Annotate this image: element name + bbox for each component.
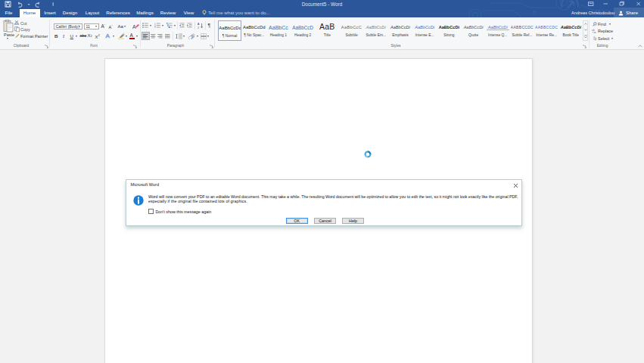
- svg-text:ac: ac: [593, 31, 596, 33]
- svg-text:A: A: [132, 23, 136, 29]
- svg-text:Z: Z: [198, 26, 200, 28]
- svg-text:3: 3: [154, 26, 156, 28]
- svg-text:A: A: [106, 33, 110, 39]
